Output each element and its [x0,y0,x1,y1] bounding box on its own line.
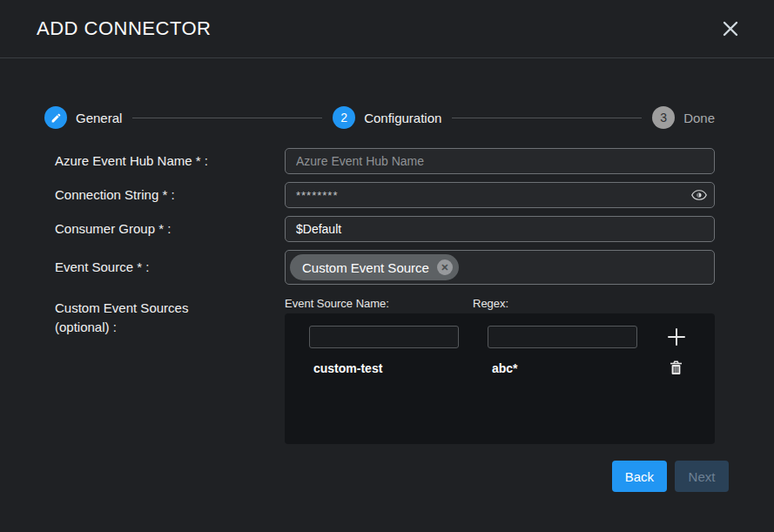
event-source-input[interactable]: Custom Event Source ✕ [285,250,715,285]
row-event-source: Event Source * : Custom Event Source ✕ [55,250,774,285]
dialog-footer: Back Next [55,461,729,492]
pencil-icon [50,112,62,124]
azure-event-hub-name-input[interactable] [285,148,715,174]
column-header-regex: Regex: [473,297,715,310]
consumer-group-label: Consumer Group * : [55,219,285,239]
new-source-regex-input[interactable] [488,326,637,348]
custom-sources-panel: custom-test abc* [285,313,715,444]
event-source-label: Event Source * : [55,258,285,277]
consumer-group-input[interactable] [285,216,715,242]
connection-string-label: Connection String * : [55,185,285,205]
delete-source-button[interactable] [670,360,683,375]
wizard-stepper: General 2 Configuration 3 Done [44,106,715,129]
close-icon[interactable] [720,18,741,39]
new-source-name-input[interactable] [309,326,459,348]
plus-icon [667,327,686,347]
custom-sources-column-headers: Event Source Name: Regex: [285,297,715,310]
step-general[interactable]: General [44,106,122,129]
next-button[interactable]: Next [675,461,729,492]
stepper-line [452,118,642,118]
step-configuration-circle: 2 [333,106,355,129]
back-button[interactable]: Back [612,461,667,492]
eye-icon[interactable] [691,189,707,201]
dialog-header: ADD CONNECTOR [0,0,774,58]
custom-event-sources-label: Custom Event Sources (optional) : [55,297,285,337]
step-general-circle [44,106,67,129]
custom-sources-entry-row [309,326,715,348]
add-connector-dialog: ADD CONNECTOR General 2 Configuration [0,0,774,532]
custom-source-row: custom-test abc* [309,360,715,375]
step-configuration[interactable]: 2 Configuration [333,106,441,129]
step-configuration-label: Configuration [364,111,441,125]
event-source-chip: Custom Event Source ✕ [290,254,459,280]
step-general-label: General [76,111,122,125]
azure-event-hub-name-label: Azure Event Hub Name * : [55,152,285,171]
dialog-title: ADD CONNECTOR [37,17,211,40]
chip-remove-icon[interactable]: ✕ [437,259,453,275]
trash-icon [670,360,683,375]
connection-string-input[interactable] [285,182,715,208]
row-consumer-group: Consumer Group * : [55,216,774,242]
add-source-button[interactable] [667,327,686,347]
row-connection-string: Connection String * : [55,182,774,208]
column-header-name: Event Source Name: [285,297,473,310]
source-name-value: custom-test [309,361,488,375]
source-regex-value: abc* [488,361,637,375]
connector-form: Azure Event Hub Name * : Connection Stri… [55,148,774,492]
row-azure-event-hub-name: Azure Event Hub Name * : [55,148,774,174]
row-custom-event-sources: Custom Event Sources (optional) : Event … [55,297,774,444]
step-done: 3 Done [652,106,715,129]
step-done-circle: 3 [652,106,675,129]
step-done-label: Done [683,111,715,125]
stepper-line [132,118,322,118]
event-source-chip-label: Custom Event Source [302,260,429,275]
